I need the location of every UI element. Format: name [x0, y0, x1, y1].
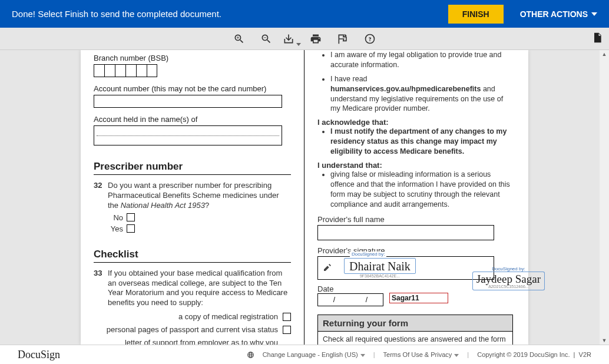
branch-number-label: Branch number (BSB)	[94, 54, 291, 62]
scroll-up-icon: ▲	[601, 51, 607, 57]
yes-label: Yes	[108, 224, 123, 233]
globe-icon	[247, 350, 254, 359]
terms-link[interactable]: Terms Of Use & Privacy	[383, 351, 459, 358]
zoom-out-icon	[260, 33, 272, 45]
provider-name-label: Provider's full name	[317, 215, 513, 224]
provider-signature-label: Provider's signature	[317, 246, 513, 255]
question-number: 33	[94, 269, 108, 309]
question-33-text: If you obtained your base medical qualif…	[108, 269, 291, 309]
checklist-item-1: a copy of medical registration	[178, 312, 278, 321]
flag-arrow-icon	[337, 33, 349, 45]
acknowledge-bullet: I must notify the department of any chan…	[330, 127, 513, 157]
signature-id: A2D21C5C3512466...	[472, 284, 545, 290]
scroll-down-icon: ▼	[601, 337, 607, 343]
print-button[interactable]	[304, 30, 327, 48]
signature-name: Jaydeep Sagar	[472, 272, 545, 284]
declaration-bullet: I am aware of my legal obligation to pro…	[330, 50, 513, 70]
download-button[interactable]	[277, 30, 300, 48]
caret-down-icon	[454, 354, 459, 357]
document-viewport: Branch number (BSB) Account number (this…	[0, 50, 609, 345]
declaration-bullet: I have read humanservices.gov.au/hpmedic…	[330, 74, 513, 114]
signature-id: 9F38452BAC4142E...	[344, 274, 416, 278]
question-number: 32	[94, 181, 108, 211]
account-number-label: Account number (this may not be the card…	[94, 84, 291, 93]
understand-heading: I understand that:	[317, 161, 513, 170]
account-number-field[interactable]	[94, 95, 282, 108]
no-label: No	[108, 213, 123, 222]
provider-signature-field[interactable]: DocuSigned by: Dhairat Naik 9F38452BAC41…	[317, 256, 494, 280]
other-actions-dropdown[interactable]: OTHER ACTIONS	[520, 9, 597, 19]
branch-number-field[interactable]	[94, 64, 291, 77]
returning-form-heading: Returning your form	[318, 315, 512, 332]
finish-button[interactable]: FINISH	[448, 5, 504, 24]
help-button[interactable]	[359, 30, 381, 48]
document-icon	[591, 31, 603, 45]
pen-icon	[322, 263, 333, 274]
no-checkbox[interactable]	[127, 213, 135, 221]
text-tab-sagar[interactable]: Sagar11	[389, 293, 448, 303]
download-icon	[283, 33, 294, 45]
docusign-logo: DocuSign	[18, 349, 60, 361]
yes-checkbox[interactable]	[127, 224, 135, 233]
zoom-in-icon	[233, 33, 245, 45]
documents-panel-button[interactable]	[591, 31, 603, 47]
footer: DocuSign Change Language - English (US) …	[0, 345, 609, 364]
return-text-1: Check all required questions are answere…	[323, 335, 508, 345]
account-held-label: Account held in the name(s) of	[94, 115, 291, 124]
signature-stamp: DocuSigned by: Dhairat Naik 9F38452BAC41…	[344, 258, 416, 278]
checklist-checkbox-2[interactable]	[283, 326, 291, 334]
account-held-field[interactable]	[94, 125, 282, 145]
copyright-text: Copyright © 2019 DocuSign Inc. | V2R	[477, 351, 591, 358]
checklist-item-3: letter of support from employer as to wh…	[107, 338, 278, 345]
toolbar	[0, 28, 609, 50]
top-banner: Done! Select Finish to send the complete…	[0, 0, 609, 28]
docusigned-by-label: DocuSigned by:	[350, 252, 386, 257]
date-field[interactable]: //	[317, 293, 383, 306]
checklist-checkbox-1[interactable]	[283, 313, 291, 321]
secondary-signature-stamp: DocuSigned by: Jaydeep Sagar A2D21C5C351…	[472, 266, 545, 290]
zoom-out-button[interactable]	[255, 30, 277, 48]
checklist-item-2: personal pages of passport and current v…	[107, 325, 278, 334]
help-icon	[364, 33, 376, 45]
returning-form-box: Returning your form Check all required q…	[317, 315, 513, 345]
caret-down-icon	[591, 12, 597, 16]
understand-bullet: giving false or misleading information i…	[330, 170, 513, 210]
caret-down-icon	[360, 354, 365, 357]
change-language-link[interactable]: Change Language - English (US)	[263, 351, 365, 358]
vertical-scrollbar[interactable]: ▲ ▼	[600, 50, 609, 345]
print-icon	[310, 33, 322, 45]
document-page: Branch number (BSB) Account number (this…	[81, 50, 528, 345]
right-column: I am aware of my legal obligation to pro…	[304, 50, 528, 345]
provider-name-field[interactable]	[317, 225, 494, 240]
banner-message: Done! Select Finish to send the complete…	[12, 9, 448, 19]
other-actions-label: OTHER ACTIONS	[520, 9, 588, 19]
prescriber-heading: Prescriber number	[94, 161, 291, 175]
acknowledge-heading: I acknowledge that:	[317, 118, 513, 127]
checklist-heading: Checklist	[94, 249, 291, 263]
left-column: Branch number (BSB) Account number (this…	[81, 50, 304, 345]
assign-button[interactable]	[332, 30, 354, 48]
date-label: Date	[317, 284, 383, 293]
zoom-in-button[interactable]	[228, 30, 250, 48]
signature-name: Dhairat Naik	[344, 258, 416, 274]
question-32-text: Do you want a prescriber number for pres…	[108, 181, 291, 211]
docusigned-by-label: DocuSigned by:	[472, 266, 545, 272]
caret-down-icon	[296, 43, 301, 46]
